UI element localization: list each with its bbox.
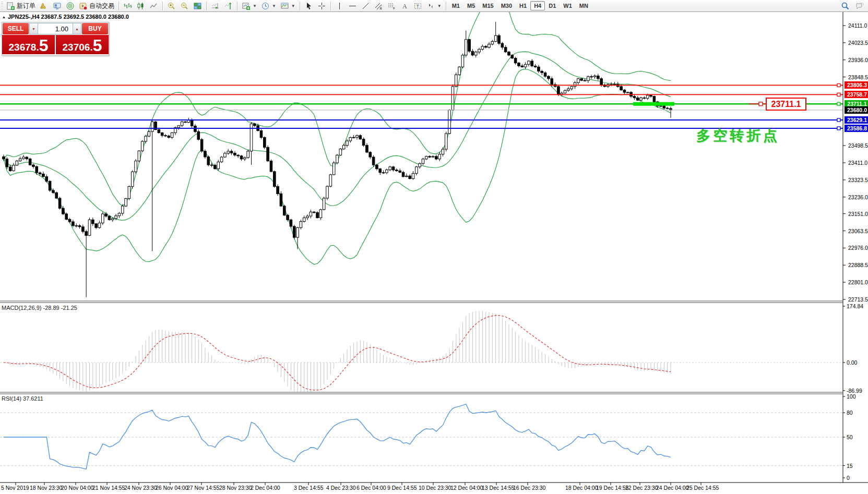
tab-timeframe-w1[interactable]: W1: [560, 1, 576, 10]
price-axis-tick: 23411.0: [848, 160, 867, 166]
data-window-button[interactable]: [64, 1, 77, 11]
price-axis-tick: 23323.5: [848, 177, 868, 183]
rsi-indicator-label: RSI(14) 37.6211: [2, 395, 43, 402]
fibonacci-icon: F: [387, 2, 396, 10]
macd-axis-tick: 0.00: [847, 359, 857, 366]
equidistant-channel-button[interactable]: E: [372, 1, 385, 11]
time-axis-label: 16 Dec 23:30: [513, 485, 545, 491]
tile-windows-button[interactable]: [191, 1, 204, 11]
price-chart-canvas: [0, 0, 868, 494]
time-axis-label: 24 Dec 04:00: [656, 485, 688, 491]
periods-button[interactable]: ▼: [259, 1, 278, 11]
trading-terminal-window: 新订单 自动交易: [0, 0, 868, 494]
arrows-icon: [426, 2, 435, 10]
price-axis-tick: 22801.0: [848, 279, 868, 285]
time-axis-label: 10 Dec 23:30: [419, 485, 451, 491]
text-button[interactable]: A: [398, 1, 411, 11]
collapse-panel-icon[interactable]: ▲: [2, 15, 6, 19]
volume-input[interactable]: 1.00: [38, 23, 73, 34]
rsi-axis-tick: 0: [847, 475, 850, 481]
tab-timeframe-h4[interactable]: H4: [530, 1, 545, 10]
equidistant-channel-icon: E: [374, 2, 383, 10]
zoom-in-icon: [167, 2, 176, 10]
text-icon: A: [400, 2, 409, 10]
search-icon[interactable]: [841, 2, 850, 10]
text-label-button[interactable]: T: [411, 1, 424, 11]
candlestick-chart-icon: [136, 2, 145, 10]
price-axis-tick: 23063.5: [848, 228, 868, 234]
rsi-axis-tick: 100: [847, 393, 856, 400]
auto-scroll-button[interactable]: [209, 1, 222, 11]
time-axis-label: 24 Nov 23:30: [124, 485, 157, 491]
profiles-icon: [53, 2, 62, 10]
svg-text:F: F: [393, 7, 395, 10]
price-axis-tick: 24111.0: [848, 22, 867, 29]
price-level-tag: 23806.3: [845, 81, 868, 89]
tab-timeframe-d1[interactable]: D1: [545, 1, 560, 10]
toolbar-separator: [330, 2, 331, 10]
candlestick-chart-button[interactable]: [134, 1, 147, 11]
vertical-line-button[interactable]: [333, 1, 346, 11]
chat-icon[interactable]: [855, 2, 864, 10]
tab-timeframe-m1[interactable]: M1: [448, 1, 463, 10]
bid-price-display[interactable]: 23678.5: [2, 35, 55, 54]
tab-timeframe-m5[interactable]: M5: [463, 1, 479, 10]
price-axis-tick: 23848.5: [848, 74, 868, 80]
fibonacci-button[interactable]: F: [385, 1, 398, 11]
crosshair-icon: [317, 2, 326, 10]
arrows-button[interactable]: ▼: [424, 1, 444, 11]
toolbar-separator: [162, 2, 163, 10]
price-axis-tick: 23151.0: [848, 211, 868, 217]
tab-timeframe-m30[interactable]: M30: [497, 1, 516, 10]
chart-shift-button[interactable]: [222, 1, 235, 11]
tile-windows-icon: [193, 2, 202, 10]
chevron-down-icon: ▼: [437, 4, 442, 8]
auto-trading-button[interactable]: 自动交易: [77, 1, 116, 11]
svg-text:A: A: [402, 3, 407, 10]
horizontal-line-button[interactable]: [346, 1, 359, 11]
horizontal-line-icon: [348, 2, 357, 10]
time-axis-label: 20 Nov 04:00: [61, 485, 93, 491]
trend-line-button[interactable]: [359, 1, 372, 11]
line-chart-button[interactable]: [147, 1, 160, 11]
cursor-button[interactable]: [302, 1, 315, 11]
volume-decrease-button[interactable]: ▼: [29, 23, 38, 34]
price-axis-tick: 22713.5: [848, 296, 868, 303]
new-chart-button[interactable]: ▼: [240, 1, 259, 11]
buy-button[interactable]: BUY: [82, 23, 108, 34]
ask-price-main: 23706: [63, 42, 90, 53]
rsi-axis-tick: 50: [847, 434, 853, 440]
tab-timeframe-m15[interactable]: M15: [479, 1, 497, 10]
svg-text:T: T: [416, 3, 419, 8]
time-axis-label: 19 Dec 14:55: [596, 485, 628, 491]
bar-chart-button[interactable]: [121, 1, 134, 11]
toolbar-grip: [1, 2, 3, 10]
zoom-out-button[interactable]: [178, 1, 191, 11]
tab-timeframe-mn[interactable]: MN: [576, 1, 592, 10]
time-axis-label: 2 Dec 04:00: [251, 485, 280, 491]
new-order-button[interactable]: 新订单: [4, 1, 38, 11]
signal-icon: [66, 2, 75, 10]
crosshair-button[interactable]: [315, 1, 328, 11]
volume-increase-button[interactable]: ▲: [73, 23, 81, 34]
price-axis-tick: 23498.5: [848, 142, 868, 149]
time-axis-label: 26 Nov 04:00: [156, 485, 188, 491]
templates-icon: [280, 2, 289, 10]
tab-timeframe-h1[interactable]: H1: [516, 1, 530, 10]
ask-price-display[interactable]: 23706.5: [56, 35, 109, 54]
zoom-in-button[interactable]: [165, 1, 178, 11]
trend-line-icon: [361, 2, 370, 10]
auto-trading-icon: [79, 2, 88, 10]
market-watch-button[interactable]: [38, 1, 51, 11]
profiles-button[interactable]: [51, 1, 64, 11]
text-label-icon: T: [413, 2, 422, 10]
new-order-label: 新订单: [17, 2, 35, 10]
templates-button[interactable]: ▼: [278, 1, 298, 11]
price-level-tag: 23758.7: [845, 91, 868, 98]
price-axis-tick: 23236.0: [848, 194, 868, 200]
time-axis-label: 12 Dec 04:00: [450, 485, 483, 491]
macd-axis-tick: -86.99: [847, 388, 862, 394]
sell-button[interactable]: SELL: [3, 23, 29, 34]
price-callout-box[interactable]: 23711.1: [766, 98, 806, 111]
time-axis-label: 18 Nov 23:30: [30, 485, 62, 491]
